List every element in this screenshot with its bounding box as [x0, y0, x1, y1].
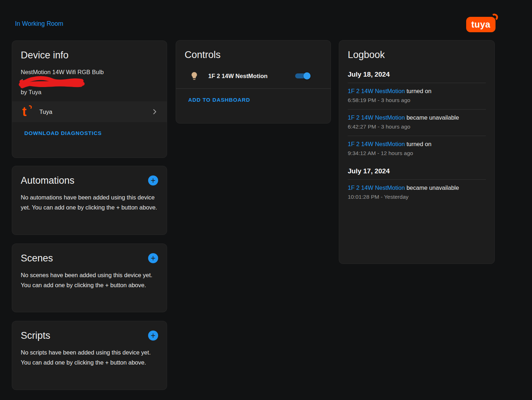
- add-automation-button[interactable]: +: [148, 175, 158, 185]
- logbook-action: became unavailable: [406, 184, 459, 191]
- scenes-title: Scenes: [21, 252, 53, 264]
- scenes-card: Scenes + No scenes have been added using…: [12, 244, 167, 312]
- integration-name: Tuya: [39, 109, 150, 115]
- logbook-entry: 1F 2 14W NestMotion became unavailable 1…: [348, 179, 486, 206]
- download-diagnostics-button[interactable]: DOWNLOAD DIAGNOSTICS: [21, 127, 104, 139]
- controls-title: Controls: [185, 49, 322, 61]
- logbook-title: Logbook: [348, 49, 486, 61]
- chevron-right-icon: [150, 107, 159, 116]
- logbook-entity-link[interactable]: 1F 2 14W NestMotion: [348, 184, 405, 191]
- scripts-title: Scripts: [21, 330, 50, 341]
- add-script-button[interactable]: +: [148, 331, 158, 341]
- logbook-time: 10:01:28 PM - Yesterday: [348, 194, 486, 200]
- logbook-date-header: July 17, 2024: [348, 167, 486, 175]
- device-model: NestMotion 14W Wifi RGB Bulb: [21, 69, 158, 76]
- tuya-logo-arc-icon: [490, 13, 498, 21]
- automations-empty-text: No automations have been added using thi…: [21, 193, 158, 212]
- logbook-time: 6:58:19 PM - 3 hours ago: [348, 97, 486, 103]
- logbook-entry: 1F 2 14W NestMotion became unavailable 6…: [348, 109, 486, 136]
- tuya-brand-logo: tuya: [466, 17, 496, 32]
- controls-divider: [176, 88, 331, 89]
- controls-card: Controls 1F 2 14W NestMotion ADD TO DASH…: [176, 40, 331, 124]
- lightbulb-icon: [190, 71, 199, 81]
- logbook-time: 9:34:12 AM - 12 hours ago: [348, 150, 486, 156]
- light-entity-row[interactable]: 1F 2 14W NestMotion: [185, 71, 322, 81]
- integration-row-tuya[interactable]: t Tuya: [12, 101, 167, 122]
- logbook-action: turned on: [406, 141, 431, 147]
- logbook-entry: 1F 2 14W NestMotion turned on 9:34:12 AM…: [348, 136, 486, 162]
- add-to-dashboard-button[interactable]: ADD TO DASHBOARD: [185, 94, 253, 106]
- scripts-empty-text: No scripts have been added using this de…: [21, 348, 158, 367]
- scripts-card: Scripts + No scripts have been added usi…: [12, 321, 167, 390]
- logbook-entity-link[interactable]: 1F 2 14W NestMotion: [348, 88, 405, 94]
- scenes-empty-text: No scenes have been added using this dev…: [21, 270, 158, 290]
- device-manufacturer: by Tuya: [21, 89, 158, 96]
- redacted-visible-text: (: [21, 78, 23, 85]
- automations-card: Automations + No automations have been a…: [12, 166, 167, 235]
- tuya-integration-icon: t: [20, 105, 34, 119]
- device-info-title: Device info: [21, 49, 158, 61]
- redaction-scribble: [18, 75, 87, 90]
- automations-title: Automations: [21, 175, 74, 186]
- logbook-time: 6:42:27 PM - 3 hours ago: [348, 124, 486, 130]
- entity-toggle-switch[interactable]: [294, 72, 311, 80]
- logbook-date-header: July 18, 2024: [348, 71, 486, 78]
- logbook-action: became unavailable: [406, 114, 459, 121]
- tuya-logo-text: tuya: [471, 20, 490, 29]
- logbook-action: turned on: [406, 88, 431, 94]
- entity-name: 1F 2 14W NestMotion: [208, 73, 294, 79]
- logbook-card: Logbook July 18, 2024 1F 2 14W NestMotio…: [339, 40, 495, 264]
- logbook-entry: 1F 2 14W NestMotion turned on 6:58:19 PM…: [348, 83, 486, 109]
- breadcrumb[interactable]: In Working Room: [15, 20, 63, 28]
- device-info-card: Device info NestMotion 14W Wifi RGB Bulb…: [12, 40, 167, 158]
- add-scene-button[interactable]: +: [148, 253, 158, 263]
- logbook-entity-link[interactable]: 1F 2 14W NestMotion: [348, 114, 405, 121]
- logbook-entity-link[interactable]: 1F 2 14W NestMotion: [348, 141, 405, 147]
- redacted-device-id: (: [21, 78, 158, 88]
